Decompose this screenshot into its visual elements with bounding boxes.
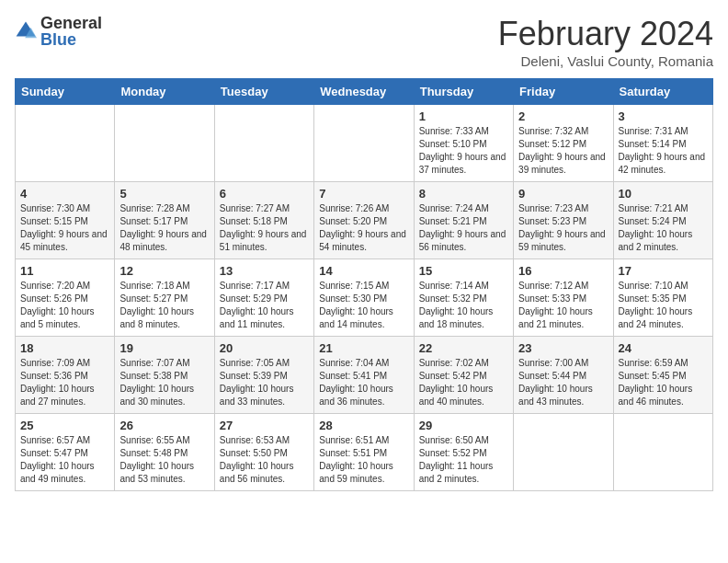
day-number: 13 (220, 264, 309, 278)
calendar-week-row: 25Sunrise: 6:57 AM Sunset: 5:47 PM Dayli… (16, 414, 713, 491)
calendar-cell: 24Sunrise: 6:59 AM Sunset: 5:45 PM Dayli… (613, 337, 712, 414)
day-number: 11 (20, 264, 109, 278)
day-number: 2 (518, 109, 608, 123)
day-number: 9 (518, 187, 608, 201)
calendar-cell: 4Sunrise: 7:30 AM Sunset: 5:15 PM Daylig… (16, 182, 115, 259)
calendar-cell: 7Sunrise: 7:26 AM Sunset: 5:20 PM Daylig… (314, 182, 414, 259)
calendar-cell: 8Sunrise: 7:24 AM Sunset: 5:21 PM Daylig… (414, 182, 513, 259)
location-subtitle: Deleni, Vaslui County, Romania (498, 53, 713, 69)
calendar-cell: 22Sunrise: 7:02 AM Sunset: 5:42 PM Dayli… (414, 337, 513, 414)
month-year-title: February 2024 (498, 15, 713, 53)
calendar-cell: 1Sunrise: 7:33 AM Sunset: 5:10 PM Daylig… (414, 105, 513, 182)
day-number: 3 (619, 109, 708, 123)
calendar-cell (115, 105, 214, 182)
calendar-cell: 3Sunrise: 7:31 AM Sunset: 5:14 PM Daylig… (613, 105, 712, 182)
day-number: 24 (619, 341, 708, 355)
cell-info: Sunrise: 7:07 AM Sunset: 5:38 PM Dayligh… (119, 357, 209, 408)
day-of-week-header: Monday (115, 79, 214, 105)
title-block: February 2024 Deleni, Vaslui County, Rom… (498, 15, 713, 69)
calendar-cell: 25Sunrise: 6:57 AM Sunset: 5:47 PM Dayli… (16, 414, 115, 491)
cell-info: Sunrise: 6:51 AM Sunset: 5:51 PM Dayligh… (319, 434, 408, 486)
day-number: 26 (119, 419, 209, 432)
calendar-cell: 10Sunrise: 7:21 AM Sunset: 5:24 PM Dayli… (613, 182, 712, 259)
day-number: 19 (119, 341, 209, 355)
logo-icon (15, 20, 37, 42)
calendar-cell: 17Sunrise: 7:10 AM Sunset: 5:35 PM Dayli… (613, 259, 712, 337)
logo-blue: Blue (40, 31, 102, 48)
day-number: 20 (220, 341, 309, 355)
calendar-cell: 6Sunrise: 7:27 AM Sunset: 5:18 PM Daylig… (214, 182, 313, 259)
cell-info: Sunrise: 6:55 AM Sunset: 5:48 PM Dayligh… (119, 434, 209, 486)
logo-general: General (40, 15, 102, 31)
cell-info: Sunrise: 7:05 AM Sunset: 5:39 PM Dayligh… (220, 357, 309, 408)
day-of-week-header: Thursday (414, 79, 513, 105)
cell-info: Sunrise: 7:26 AM Sunset: 5:20 PM Dayligh… (319, 202, 408, 254)
calendar-cell: 16Sunrise: 7:12 AM Sunset: 5:33 PM Dayli… (514, 259, 613, 337)
cell-info: Sunrise: 6:50 AM Sunset: 5:52 PM Dayligh… (419, 434, 508, 486)
day-number: 17 (619, 264, 708, 278)
calendar-cell: 12Sunrise: 7:18 AM Sunset: 5:27 PM Dayli… (115, 259, 214, 337)
cell-info: Sunrise: 7:00 AM Sunset: 5:44 PM Dayligh… (518, 357, 608, 408)
day-number: 10 (619, 187, 708, 201)
calendar-cell (16, 105, 115, 182)
cell-info: Sunrise: 7:17 AM Sunset: 5:29 PM Dayligh… (220, 280, 309, 331)
cell-info: Sunrise: 7:15 AM Sunset: 5:30 PM Dayligh… (319, 280, 408, 331)
calendar-cell: 23Sunrise: 7:00 AM Sunset: 5:44 PM Dayli… (514, 337, 613, 414)
cell-info: Sunrise: 7:09 AM Sunset: 5:36 PM Dayligh… (20, 357, 109, 408)
day-of-week-header: Tuesday (214, 79, 313, 105)
day-number: 5 (119, 187, 209, 201)
day-number: 23 (518, 341, 608, 355)
day-of-week-header: Wednesday (314, 79, 414, 105)
day-number: 18 (20, 341, 109, 355)
day-number: 27 (220, 419, 309, 432)
logo: General Blue (15, 15, 102, 48)
day-of-week-header: Sunday (16, 79, 115, 105)
cell-info: Sunrise: 7:21 AM Sunset: 5:24 PM Dayligh… (619, 202, 708, 254)
cell-info: Sunrise: 7:28 AM Sunset: 5:17 PM Dayligh… (119, 202, 209, 254)
day-number: 16 (518, 264, 608, 278)
cell-info: Sunrise: 6:57 AM Sunset: 5:47 PM Dayligh… (20, 434, 109, 486)
day-number: 21 (319, 341, 408, 355)
calendar-header-row: SundayMondayTuesdayWednesdayThursdayFrid… (16, 79, 713, 105)
logo-text: General Blue (40, 15, 102, 48)
cell-info: Sunrise: 6:53 AM Sunset: 5:50 PM Dayligh… (220, 434, 309, 486)
calendar-table: SundayMondayTuesdayWednesdayThursdayFrid… (15, 78, 713, 491)
day-number: 22 (419, 341, 508, 355)
cell-info: Sunrise: 7:24 AM Sunset: 5:21 PM Dayligh… (419, 202, 508, 254)
calendar-cell: 18Sunrise: 7:09 AM Sunset: 5:36 PM Dayli… (16, 337, 115, 414)
day-of-week-header: Friday (514, 79, 613, 105)
calendar-cell: 21Sunrise: 7:04 AM Sunset: 5:41 PM Dayli… (314, 337, 414, 414)
day-number: 28 (319, 419, 408, 432)
cell-info: Sunrise: 7:02 AM Sunset: 5:42 PM Dayligh… (419, 357, 508, 408)
calendar-cell: 14Sunrise: 7:15 AM Sunset: 5:30 PM Dayli… (314, 259, 414, 337)
day-number: 8 (419, 187, 508, 201)
day-number: 14 (319, 264, 408, 278)
calendar-cell: 9Sunrise: 7:23 AM Sunset: 5:23 PM Daylig… (514, 182, 613, 259)
calendar-cell (214, 105, 313, 182)
cell-info: Sunrise: 7:14 AM Sunset: 5:32 PM Dayligh… (419, 280, 508, 331)
cell-info: Sunrise: 7:31 AM Sunset: 5:14 PM Dayligh… (619, 125, 708, 177)
calendar-cell: 20Sunrise: 7:05 AM Sunset: 5:39 PM Dayli… (214, 337, 313, 414)
calendar-week-row: 18Sunrise: 7:09 AM Sunset: 5:36 PM Dayli… (16, 337, 713, 414)
day-number: 6 (220, 187, 309, 201)
calendar-cell (613, 414, 712, 491)
day-number: 12 (119, 264, 209, 278)
calendar-cell: 19Sunrise: 7:07 AM Sunset: 5:38 PM Dayli… (115, 337, 214, 414)
calendar-cell: 27Sunrise: 6:53 AM Sunset: 5:50 PM Dayli… (214, 414, 313, 491)
calendar-week-row: 11Sunrise: 7:20 AM Sunset: 5:26 PM Dayli… (16, 259, 713, 337)
calendar-cell: 28Sunrise: 6:51 AM Sunset: 5:51 PM Dayli… (314, 414, 414, 491)
cell-info: Sunrise: 7:12 AM Sunset: 5:33 PM Dayligh… (518, 280, 608, 331)
day-number: 25 (20, 419, 109, 432)
calendar-cell: 2Sunrise: 7:32 AM Sunset: 5:12 PM Daylig… (514, 105, 613, 182)
cell-info: Sunrise: 7:23 AM Sunset: 5:23 PM Dayligh… (518, 202, 608, 254)
day-number: 29 (419, 419, 508, 432)
day-number: 7 (319, 187, 408, 201)
calendar-cell (514, 414, 613, 491)
cell-info: Sunrise: 7:04 AM Sunset: 5:41 PM Dayligh… (319, 357, 408, 408)
calendar-week-row: 4Sunrise: 7:30 AM Sunset: 5:15 PM Daylig… (16, 182, 713, 259)
calendar-cell: 5Sunrise: 7:28 AM Sunset: 5:17 PM Daylig… (115, 182, 214, 259)
calendar-cell: 29Sunrise: 6:50 AM Sunset: 5:52 PM Dayli… (414, 414, 513, 491)
cell-info: Sunrise: 7:20 AM Sunset: 5:26 PM Dayligh… (20, 280, 109, 331)
calendar-cell (314, 105, 414, 182)
cell-info: Sunrise: 7:32 AM Sunset: 5:12 PM Dayligh… (518, 125, 608, 177)
